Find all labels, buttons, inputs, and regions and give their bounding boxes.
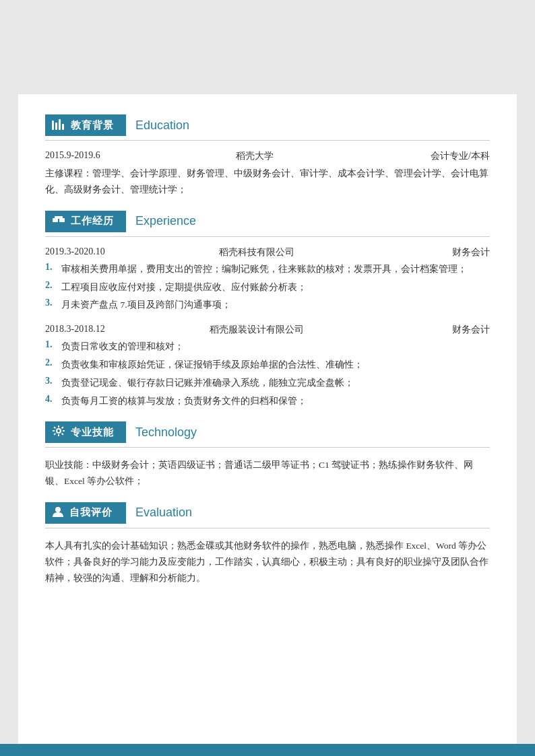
job2-item-2: 2. 负责收集和审核原始凭证，保证报销手续及原始单据的合法性、准确性； — [45, 357, 490, 373]
technology-en-label: Technology — [135, 425, 197, 440]
evaluation-icon — [52, 506, 64, 520]
experience-en-label: Experience — [135, 214, 196, 228]
job2-item-1: 1. 负责日常收支的管理和核对； — [45, 339, 490, 355]
job2-row: 2018.3-2018.12 稻壳服装设计有限公司 财务会计 — [45, 324, 490, 336]
job-1: 2019.3-2020.10 稻壳科技有限公司 财务会计 1. 审核相关费用单据… — [45, 246, 490, 314]
svg-rect-6 — [55, 216, 63, 219]
job1-date: 2019.3-2020.10 — [45, 246, 105, 259]
experience-header: 工作经历 Experience — [45, 211, 490, 237]
evaluation-en-label: Evaluation — [135, 506, 192, 520]
evaluation-zh-label: 自我评价 — [69, 506, 113, 519]
technology-content: 职业技能：中级财务会计；英语四级证书；普通话二级甲等证书；C1 驾驶证书；熟练操… — [45, 457, 490, 490]
svg-rect-3 — [62, 124, 64, 130]
job2-item-4: 4. 负责每月工资的核算与发放；负责财务文件的归档和保管； — [45, 394, 490, 409]
job1-item-3: 3. 月未资产盘点 7.项目及跨部门沟通事项； — [45, 298, 490, 313]
svg-point-8 — [55, 507, 61, 512]
evaluation-header: 自我评价 Evaluation — [45, 502, 490, 528]
experience-section: 工作经历 Experience 2019.3-2020.10 稻壳科技有限公司 … — [45, 211, 490, 410]
education-row: 2015.9-2019.6 稻壳大学 会计专业/本科 — [45, 150, 490, 162]
job1-company: 稻壳科技有限公司 — [105, 246, 409, 259]
evaluation-section: 自我评价 Evaluation 本人具有扎实的会计基础知识；熟悉金碟或其他财务软… — [45, 502, 490, 587]
svg-rect-1 — [55, 123, 57, 130]
job2-date: 2018.3-2018.12 — [45, 324, 105, 336]
job2-title: 财务会计 — [409, 324, 490, 336]
job2-company: 稻壳服装设计有限公司 — [105, 324, 409, 336]
edu-courses: 主修课程：管理学、会计学原理、财务管理、中级财务会计、审计学、成本会计学、管理会… — [45, 166, 490, 199]
evaluation-title-box: 自我评价 — [45, 502, 126, 524]
job2-item-3: 3. 负责登记现金、银行存款日记账并准确录入系统，能独立完成全盘帐； — [45, 376, 490, 391]
technology-icon — [52, 425, 65, 440]
education-header: 教育背景 Education — [45, 114, 490, 141]
job1-row: 2019.3-2020.10 稻壳科技有限公司 财务会计 — [45, 246, 490, 259]
job1-item-2: 2. 工程项目应收应付对接，定期提供应收、应付账龄分析表； — [45, 280, 490, 296]
edu-date: 2015.9-2019.6 — [45, 150, 100, 162]
experience-title-box: 工作经历 — [45, 211, 126, 232]
job-2: 2018.3-2018.12 稻壳服装设计有限公司 财务会计 1. 负责日常收支… — [45, 324, 490, 409]
svg-point-7 — [57, 429, 61, 433]
bottom-bar — [0, 744, 535, 756]
job1-title: 财务会计 — [409, 246, 490, 259]
evaluation-content: 本人具有扎实的会计基础知识；熟悉金碟或其他财务软件的操作，熟悉电脑，熟悉操作 E… — [45, 538, 490, 587]
technology-section: 专业技能 Technology 职业技能：中级财务会计；英语四级证书；普通话二级… — [45, 421, 490, 490]
experience-icon — [52, 214, 65, 229]
job1-item-1: 1. 审核相关费用单据，费用支出的管控；编制记账凭，往来账款的核对；发票开具，会… — [45, 262, 490, 277]
edu-major: 会计专业/本科 — [409, 150, 490, 162]
education-zh-label: 教育背景 — [71, 119, 114, 132]
svg-rect-2 — [59, 119, 61, 130]
experience-zh-label: 工作经历 — [71, 215, 114, 228]
education-section: 教育背景 Education 2015.9-2019.6 稻壳大学 会计专业/本… — [45, 114, 490, 199]
svg-rect-0 — [52, 121, 54, 130]
education-en-label: Education — [135, 118, 189, 133]
technology-zh-label: 专业技能 — [71, 426, 114, 439]
resume-page: 教育背景 Education 2015.9-2019.6 稻壳大学 会计专业/本… — [18, 94, 517, 756]
technology-header: 专业技能 Technology — [45, 421, 490, 448]
edu-school: 稻壳大学 — [100, 150, 409, 162]
education-title-box: 教育背景 — [45, 114, 126, 136]
education-icon — [52, 118, 65, 133]
technology-title-box: 专业技能 — [45, 421, 126, 443]
